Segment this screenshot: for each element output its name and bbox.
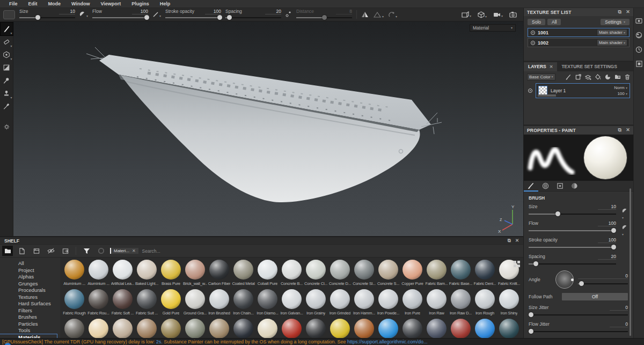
- add-fill-icon[interactable]: [595, 74, 601, 80]
- shader-dropdown[interactable]: Main shader▾: [597, 29, 627, 36]
- add-resource-icon[interactable]: [17, 246, 27, 256]
- material-item[interactable]: Iron Grainy: [304, 288, 328, 318]
- slider-knob[interactable]: [529, 312, 533, 317]
- material-item[interactable]: Coated Metal: [231, 259, 255, 288]
- material-item[interactable]: Iron Diamo...: [255, 288, 280, 318]
- category-all[interactable]: All: [0, 260, 60, 267]
- camera-view-icon[interactable]: ▾: [493, 12, 503, 18]
- channel-dropdown[interactable]: Base Color▾: [527, 74, 555, 80]
- radial-symmetry-icon[interactable]: ▾: [388, 11, 397, 18]
- close-icon[interactable]: ✕: [626, 127, 630, 133]
- export-icon[interactable]: [60, 246, 71, 256]
- tab-alpha[interactable]: [538, 181, 553, 192]
- toolbar-size-slider[interactable]: [19, 15, 75, 20]
- menu-window[interactable]: Window: [67, 1, 94, 6]
- search-input[interactable]: Search...: [142, 248, 160, 254]
- material-item[interactable]: Iron Shiny: [497, 288, 521, 318]
- material-item[interactable]: Cobalt Pure: [255, 259, 280, 288]
- slider-knob[interactable]: [555, 211, 560, 216]
- material-item[interactable]: Brick_wall_w...: [183, 259, 207, 288]
- folder-icon[interactable]: [2, 246, 13, 256]
- add-layer-icon[interactable]: [585, 74, 591, 80]
- material-item[interactable]: Fabric Suit ...: [135, 288, 159, 318]
- category-project[interactable]: Project: [0, 267, 60, 274]
- shading-mode-dropdown[interactable]: Material ▾: [470, 24, 516, 32]
- smudge-tool[interactable]: [1, 74, 13, 87]
- material-item[interactable]: Iron Rough: [473, 288, 497, 318]
- category-hard-surfaces[interactable]: Hard Surfaces: [0, 300, 60, 307]
- menu-plugins[interactable]: Plugins: [127, 1, 154, 6]
- material-picker-tool[interactable]: [1, 100, 13, 113]
- clone-stamp-tool[interactable]: ▾: [1, 87, 13, 100]
- viewport-layout-icon[interactable]: ▾: [462, 11, 471, 18]
- slider-knob[interactable]: [217, 15, 222, 20]
- material-item[interactable]: Iron Hamm...: [352, 288, 376, 318]
- display-settings-icon[interactable]: [635, 32, 642, 39]
- material-item[interactable]: Iron Chain...: [231, 288, 255, 318]
- brush-icon[interactable]: [566, 74, 572, 80]
- brush-size-preset-icon[interactable]: ▾: [622, 208, 628, 220]
- hidden-resources-icon[interactable]: [46, 246, 56, 256]
- category-filters[interactable]: Filters: [0, 307, 60, 314]
- symmetry-icon[interactable]: [361, 11, 369, 18]
- material-item[interactable]: Iron Powde...: [376, 288, 400, 318]
- brush-stroke-opacity-slider[interactable]: [529, 245, 616, 249]
- undock-icon[interactable]: ⧉: [618, 127, 622, 133]
- slider-knob[interactable]: [144, 15, 149, 20]
- menu-edit[interactable]: Edit: [24, 1, 42, 6]
- filter-icon[interactable]: [81, 246, 92, 256]
- material-item[interactable]: Baked Light...: [135, 259, 159, 288]
- eraser-tool[interactable]: ▾: [1, 35, 13, 48]
- shader-dropdown[interactable]: Main shader▾: [597, 39, 627, 46]
- category-brushes[interactable]: Brushes: [0, 314, 60, 321]
- tab-texture-set-settings[interactable]: TEXTURE SET SETTINGS: [557, 62, 621, 71]
- slider-knob[interactable]: [529, 329, 533, 334]
- brush-spacing-slider[interactable]: [529, 261, 616, 266]
- add-effect-icon[interactable]: [575, 74, 581, 80]
- polygon-fill-tool[interactable]: [1, 61, 13, 74]
- material-item[interactable]: Fabric Base...: [449, 259, 473, 288]
- flow-jitter-slider[interactable]: [529, 329, 628, 334]
- slider-knob[interactable]: [533, 261, 538, 266]
- material-item[interactable]: Ground Gra...: [183, 288, 207, 318]
- material-item[interactable]: Iron Raw D...: [449, 288, 473, 318]
- thumbnail-size-icon[interactable]: [514, 261, 520, 267]
- toolbar-spacing-slider[interactable]: [225, 15, 281, 20]
- viewport-3d[interactable]: Y X Z Material ▾: [13, 21, 523, 236]
- size-jitter-slider[interactable]: [529, 312, 628, 317]
- material-item[interactable]: Fabric Bam...: [425, 259, 449, 288]
- layer-opacity-dropdown[interactable]: 100 ▾: [617, 91, 627, 96]
- material-item[interactable]: Artificial Lea...: [111, 259, 135, 288]
- material-item[interactable]: Iron Galvan...: [280, 288, 304, 318]
- delete-icon[interactable]: [625, 74, 630, 80]
- follow-path-toggle[interactable]: Off: [562, 293, 628, 300]
- particles-tool[interactable]: [1, 120, 13, 133]
- add-folder-icon[interactable]: [614, 74, 621, 79]
- material-item[interactable]: Fabric Rough: [62, 288, 86, 318]
- import-resources-icon[interactable]: [31, 246, 42, 256]
- history-icon[interactable]: [635, 46, 642, 53]
- screenshot-icon[interactable]: [509, 11, 517, 18]
- stroke-profile-icon[interactable]: ▾: [152, 11, 161, 18]
- texture-set-row[interactable]: 1002Main shader▾: [528, 38, 630, 47]
- toolbar-distance-slider[interactable]: [296, 15, 352, 20]
- slider-knob[interactable]: [611, 245, 616, 249]
- tab-material[interactable]: [567, 181, 582, 192]
- material-item[interactable]: Iron Raw: [425, 288, 449, 318]
- material-item[interactable]: Concrete D...: [328, 259, 352, 288]
- visibility-icon[interactable]: [531, 41, 535, 45]
- material-item[interactable]: Concrete B...: [280, 259, 304, 288]
- brush-preset-icon[interactable]: ▾: [79, 11, 88, 18]
- properties-scrollbar[interactable]: [630, 188, 631, 336]
- toolbar-stroke_opacity-slider[interactable]: [165, 15, 221, 20]
- material-item[interactable]: Fabric Rou...: [86, 288, 111, 318]
- brush-tip-preview[interactable]: [3, 10, 15, 19]
- category-tools[interactable]: Tools: [0, 327, 60, 334]
- material-item[interactable]: Carbon Fiber: [207, 259, 231, 288]
- angle-slider[interactable]: [578, 281, 628, 286]
- menu-mode[interactable]: Mode: [43, 1, 66, 6]
- layer-visibility-toggle[interactable]: [528, 89, 532, 93]
- tab-stencil[interactable]: [553, 181, 567, 192]
- add-smart-material-icon[interactable]: [605, 74, 611, 80]
- paint-tool[interactable]: ▾: [1, 23, 13, 35]
